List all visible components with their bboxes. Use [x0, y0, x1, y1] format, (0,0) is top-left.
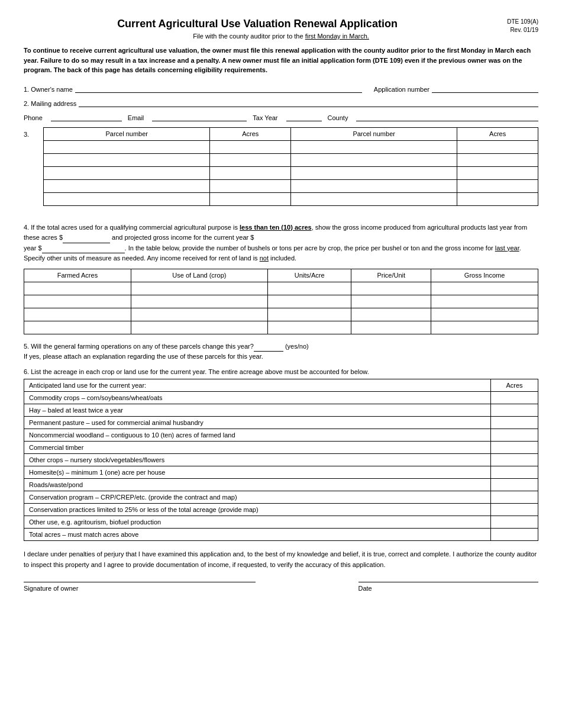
table-row: Roads/waste/pond	[24, 479, 538, 491]
contact-row: Phone Email Tax Year County	[24, 112, 538, 121]
income-col2-header: Use of Land (crop)	[131, 269, 267, 282]
mailing-address-label: 2. Mailing address	[24, 100, 76, 107]
mailing-address-input[interactable]	[79, 98, 538, 107]
county-label: County	[328, 114, 348, 121]
landuse-row-label: Conservation program – CRP/CREP/etc. (pr…	[24, 491, 491, 504]
section5-text2: (yes/no)	[285, 343, 309, 350]
app-number-input[interactable]	[432, 83, 538, 93]
landuse-row-label: Homesite(s) – minimum 1 (one) acre per h…	[24, 466, 491, 479]
section4-bold: less than ten (10) acres	[240, 224, 312, 231]
table-row: Other use, e.g. agritourism, biofuel pro…	[24, 516, 538, 529]
landuse-row-label: Other use, e.g. agritourism, biofuel pro…	[24, 516, 491, 529]
section4-lastyear: last year	[495, 244, 519, 252]
table-row	[44, 166, 538, 179]
section5-line2: If yes, please attach an explanation reg…	[24, 352, 538, 362]
tax-year-input[interactable]	[286, 112, 322, 121]
landuse-row-label: Roads/waste/pond	[24, 479, 491, 491]
table-row	[44, 192, 538, 205]
income-table: Farmed Acres Use of Land (crop) Units/Ac…	[24, 269, 538, 334]
signature-label: Signature of owner	[24, 585, 256, 592]
app-number-label: Application number	[374, 86, 429, 93]
signature-block: Signature of owner	[24, 582, 256, 592]
page-container: DTE 109(A) Rev. 01/19 Current Agricultur…	[24, 18, 538, 592]
owner-name-label: 1. Owner's name	[24, 86, 73, 93]
landuse-acres-input[interactable]	[491, 404, 538, 417]
landuse-acres-input[interactable]	[491, 417, 538, 429]
table-row: Other crops – nursery stock/vegetables/f…	[24, 454, 538, 466]
declaration-text: I declare under penalties of perjury tha…	[24, 549, 538, 570]
landuse-acres-input[interactable]	[491, 442, 538, 454]
section5-text1: 5. Will the general farming operations o…	[24, 343, 254, 350]
landuse-acres-input[interactable]	[491, 529, 538, 541]
yesno-input[interactable]	[254, 343, 283, 352]
projected-income-input[interactable]	[42, 245, 125, 253]
date-line	[358, 582, 539, 582]
email-label: Email	[128, 114, 144, 121]
landuse-acres-input[interactable]	[491, 429, 538, 442]
date-label: Date	[358, 585, 539, 592]
landuse-row-label: Commodity crops – corn/soybeans/wheat/oa…	[24, 392, 491, 404]
landuse-row-label: Noncommercial woodland – contiguous to 1…	[24, 429, 491, 442]
subtitle-line: File with the county auditor prior to th…	[24, 33, 538, 40]
table-row: Conservation practices limited to 25% or…	[24, 504, 538, 516]
landuse-row-label: Commercial timber	[24, 442, 491, 454]
parcel-col2-header: Acres	[210, 127, 291, 140]
landuse-acres-input[interactable]	[491, 454, 538, 466]
landuse-row-label: Conservation practices limited to 25% or…	[24, 504, 491, 516]
phone-input[interactable]	[51, 112, 122, 121]
section4-text4-prefix: . In the table below, provide the number…	[125, 244, 495, 252]
landuse-header-land: Anticipated land use for the current yea…	[24, 379, 491, 392]
table-row	[24, 295, 538, 308]
landuse-row-label: Total acres – must match acres above	[24, 529, 491, 541]
income-col1-header: Farmed Acres	[24, 269, 131, 282]
mailing-address-row: 2. Mailing address	[24, 98, 538, 107]
table-row	[24, 282, 538, 295]
landuse-acres-input[interactable]	[491, 392, 538, 404]
intro-paragraph: To continue to receive current agricultu…	[24, 46, 538, 75]
table-row: Homesite(s) – minimum 1 (one) acre per h…	[24, 466, 538, 479]
section5-block: 5. Will the general farming operations o…	[24, 342, 538, 362]
section4-text: 4. If the total acres used for a qualify…	[24, 223, 538, 264]
landuse-acres-input[interactable]	[491, 479, 538, 491]
form-code: DTE 109(A) Rev. 01/19	[507, 18, 538, 34]
gross-income-input[interactable]	[63, 235, 110, 243]
parcel-col1-header: Parcel number	[44, 127, 210, 140]
landuse-row-label: Other crops – nursery stock/vegetables/f…	[24, 454, 491, 466]
income-col5-header: Gross Income	[431, 269, 538, 282]
landuse-acres-input[interactable]	[491, 516, 538, 529]
signature-area: Signature of owner Date	[24, 582, 538, 592]
landuse-acres-input[interactable]	[491, 466, 538, 479]
landuse-acres-input[interactable]	[491, 504, 538, 516]
parcel-col4-header: Acres	[457, 127, 538, 140]
section3-num: 3.	[24, 131, 29, 138]
table-row	[44, 179, 538, 192]
table-row: Hay – baled at least twice a year	[24, 404, 538, 417]
landuse-table: Anticipated land use for the current yea…	[24, 379, 538, 541]
landuse-row-label: Permanent pasture – used for commercial …	[24, 417, 491, 429]
subtitle-prefix: File with the county auditor prior to th…	[193, 33, 305, 40]
section5-line1: 5. Will the general farming operations o…	[24, 342, 538, 352]
table-row: Permanent pasture – used for commercial …	[24, 417, 538, 429]
table-row	[24, 308, 538, 321]
section4-not: not	[260, 255, 269, 262]
section4-text3: and projected gross income for the curre…	[110, 234, 254, 241]
table-row: Commercial timber	[24, 442, 538, 454]
email-input[interactable]	[152, 112, 247, 121]
landuse-acres-input[interactable]	[491, 491, 538, 504]
income-col3-header: Units/Acre	[267, 269, 351, 282]
table-row	[44, 153, 538, 166]
form-code-line1: DTE 109(A)	[507, 18, 538, 25]
table-row	[44, 140, 538, 153]
owner-name-row: 1. Owner's name Application number	[24, 83, 538, 93]
table-row: Total acres – must match acres above	[24, 529, 538, 541]
owner-name-input[interactable]	[75, 83, 362, 93]
table-row: Conservation program – CRP/CREP/etc. (pr…	[24, 491, 538, 504]
subtitle-underlined: first Monday in March.	[305, 33, 369, 40]
county-input[interactable]	[356, 112, 538, 121]
page-title: Current Agricultural Use Valuation Renew…	[24, 18, 538, 30]
table-row: Commodity crops – corn/soybeans/wheat/oa…	[24, 392, 538, 404]
section4-text5-end: included.	[269, 255, 296, 262]
tax-year-label: Tax Year	[253, 114, 277, 121]
phone-label: Phone	[24, 114, 43, 121]
table-row	[24, 321, 538, 334]
